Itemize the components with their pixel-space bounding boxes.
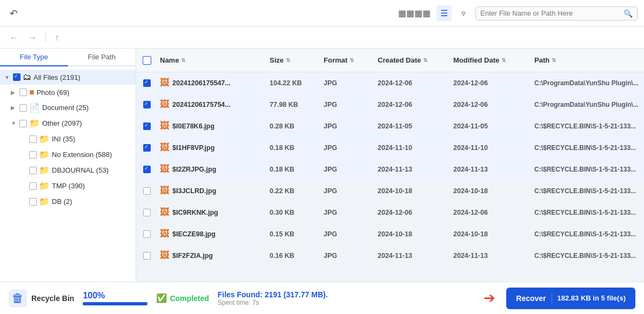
check-circle-icon: ✅ xyxy=(156,293,167,303)
sidebar-item-ini[interactable]: 📁 INI (35) xyxy=(0,131,136,147)
file-modified-1: 2024-12-06 xyxy=(453,101,488,108)
file-format-7: JPG xyxy=(324,230,337,238)
file-created-5: 2024-10-18 xyxy=(378,187,412,195)
tree-checkbox-no-ext[interactable] xyxy=(29,151,37,159)
sidebar-item-no-extension[interactable]: 📁 No Extension (588) xyxy=(0,147,136,162)
file-path-4: C:\$RECYCLE.BIN\S-1-5-21-133... xyxy=(534,166,636,173)
file-format-5: JPG xyxy=(324,187,337,195)
sidebar-item-document[interactable]: ▶ 📄 Document (25) xyxy=(0,100,136,115)
file-table-body: 🖼 20241206175547... 104.22 KB JPG 2024-1… xyxy=(136,72,644,282)
recover-label: Recover xyxy=(516,294,546,303)
tree-checkbox-document[interactable] xyxy=(19,104,27,112)
file-modified-6: 2024-12-06 xyxy=(453,209,488,216)
col-header-format[interactable]: Format ⇅ xyxy=(324,56,378,64)
file-type-icon-1: 🖼 xyxy=(160,99,169,110)
sidebar-tree: ▼ 🗂 All Files (2191) ▶ ■ Photo (69) ▶ 📄 xyxy=(0,66,136,213)
file-path-6: C:\$RECYCLE.BIN\S-1-5-21-133... xyxy=(534,209,636,216)
col-header-path[interactable]: Path ⇅ xyxy=(534,56,644,64)
grid-view-button[interactable]: ▦▦▦▦ xyxy=(394,5,434,21)
modified-sort-icon: ⇅ xyxy=(501,57,506,63)
tree-icon-other: 📁 xyxy=(29,118,40,128)
row-checkbox-5[interactable] xyxy=(143,187,151,195)
back-button[interactable]: ← xyxy=(6,31,22,44)
table-row[interactable]: 🖼 $IECZE98.jpg 0.15 KB JPG 2024-10-18 20… xyxy=(136,223,644,245)
row-checkbox-6[interactable] xyxy=(143,209,151,216)
path-sort-icon: ⇅ xyxy=(552,57,556,63)
file-name-4: $I2ZRJPG.jpg xyxy=(172,166,216,173)
table-header: Name ⇅ Size ⇅ Format ⇅ Created Date ⇅ Mo… xyxy=(136,49,644,72)
table-row[interactable]: 🖼 $I2ZRJPG.jpg 0.18 KB JPG 2024-11-13 20… xyxy=(136,159,644,180)
sidebar-item-photo[interactable]: ▶ ■ Photo (69) xyxy=(0,85,136,100)
tree-checkbox-db[interactable] xyxy=(29,198,37,206)
tree-arrow-document: ▶ xyxy=(11,105,17,111)
table-row[interactable]: 🖼 $I3JCLRD.jpg 0.22 KB JPG 2024-10-18 20… xyxy=(136,180,644,202)
arrow-indicator: ➔ xyxy=(484,290,498,306)
file-size-4: 0.18 KB xyxy=(270,166,294,173)
sidebar-item-all-files[interactable]: ▼ 🗂 All Files (2191) xyxy=(0,70,136,85)
sidebar-item-db[interactable]: 📁 DB (2) xyxy=(0,194,136,209)
search-input[interactable] xyxy=(480,9,623,17)
file-name-1: 20241206175754... xyxy=(172,101,231,108)
file-name-3: $I1HF8VP.jpg xyxy=(172,144,214,152)
file-created-2: 2024-11-05 xyxy=(378,122,412,130)
tree-checkbox-tmp[interactable] xyxy=(29,182,37,190)
row-checkbox-2[interactable] xyxy=(143,122,151,130)
table-row[interactable]: 🖼 $IF2FZIA.jpg 0.16 KB JPG 2024-11-13 20… xyxy=(136,245,644,267)
row-checkbox-3[interactable] xyxy=(143,144,151,152)
name-sort-icon: ⇅ xyxy=(181,57,185,63)
file-modified-4: 2024-11-13 xyxy=(453,166,488,173)
sidebar-item-dbjournal[interactable]: 📁 DBJOURNAL (53) xyxy=(0,162,136,178)
table-row[interactable]: 🖼 $IC9RKNK.jpg 0.30 KB JPG 2024-12-06 20… xyxy=(136,202,644,223)
file-created-7: 2024-10-18 xyxy=(378,230,412,238)
file-type-icon-0: 🖼 xyxy=(160,78,169,88)
row-checkbox-7[interactable] xyxy=(143,230,151,238)
col-header-created[interactable]: Created Date ⇅ xyxy=(378,56,453,64)
table-row[interactable]: 🖼 20241206175547... 104.22 KB JPG 2024-1… xyxy=(136,72,644,94)
files-found-group: Files Found: 2191 (317.77 MB). Spent tim… xyxy=(218,290,328,306)
col-header-modified[interactable]: Modified Date ⇅ xyxy=(453,56,534,64)
recover-separator xyxy=(552,293,552,304)
sidebar-item-tmp[interactable]: 📁 TMP (390) xyxy=(0,178,136,194)
file-modified-8: 2024-11-13 xyxy=(453,252,488,260)
list-view-button[interactable]: ☰ xyxy=(437,5,452,21)
tree-checkbox-dbjournal[interactable] xyxy=(29,167,37,174)
up-button[interactable]: ↑ xyxy=(51,31,62,44)
tab-filetype[interactable]: File Type xyxy=(0,49,68,66)
row-checkbox-4[interactable] xyxy=(143,166,151,173)
tree-checkbox-other[interactable] xyxy=(19,120,27,127)
col-header-size[interactable]: Size ⇅ xyxy=(270,56,324,64)
filter-button[interactable]: ▿ xyxy=(457,6,470,21)
row-checkbox-1[interactable] xyxy=(143,101,151,108)
file-size-3: 0.18 KB xyxy=(270,144,294,152)
progress-percent: 100% xyxy=(83,291,147,301)
file-modified-7: 2024-10-18 xyxy=(453,230,488,238)
tree-checkbox-ini[interactable] xyxy=(29,135,37,143)
file-name-8: $IF2FZIA.jpg xyxy=(172,252,213,260)
file-size-2: 0.28 KB xyxy=(270,122,294,130)
row-checkbox-0[interactable] xyxy=(143,79,151,87)
tab-filepath[interactable]: File Path xyxy=(68,49,136,65)
col-header-name[interactable]: Name ⇅ xyxy=(158,56,270,64)
tree-checkbox-all-files[interactable] xyxy=(13,73,21,81)
tree-label-photo: Photo (69) xyxy=(37,88,131,97)
table-row[interactable]: 🖼 20241206175754... 77.98 KB JPG 2024-12… xyxy=(136,94,644,115)
size-sort-icon: ⇅ xyxy=(286,57,290,63)
file-modified-2: 2024-11-05 xyxy=(453,122,488,130)
tree-label-db: DB (2) xyxy=(52,197,131,206)
file-size-0: 104.22 KB xyxy=(270,79,302,87)
file-path-2: C:\$RECYCLE.BIN\S-1-5-21-133... xyxy=(534,122,636,130)
recover-button[interactable]: Recover 182.83 KB in 5 file(s) xyxy=(506,288,635,309)
file-path-3: C:\$RECYCLE.BIN\S-1-5-21-133... xyxy=(534,144,636,152)
tree-arrow-photo: ▶ xyxy=(11,90,17,95)
forward-button[interactable]: → xyxy=(25,31,40,44)
table-row[interactable]: 🖼 $I1HF8VP.jpg 0.18 KB JPG 2024-11-10 20… xyxy=(136,137,644,159)
undo-button[interactable]: ↶ xyxy=(6,5,21,22)
master-checkbox[interactable] xyxy=(143,56,151,65)
table-row[interactable]: 🖼 $I0E78K6.jpg 0.28 KB JPG 2024-11-05 20… xyxy=(136,115,644,137)
tree-arrow-other: ▼ xyxy=(11,120,17,126)
created-sort-icon: ⇅ xyxy=(423,57,427,63)
file-format-8: JPG xyxy=(324,252,337,260)
tree-checkbox-photo[interactable] xyxy=(19,88,27,96)
row-checkbox-8[interactable] xyxy=(143,252,151,260)
sidebar-item-other[interactable]: ▼ 📁 Other (2097) xyxy=(0,115,136,131)
